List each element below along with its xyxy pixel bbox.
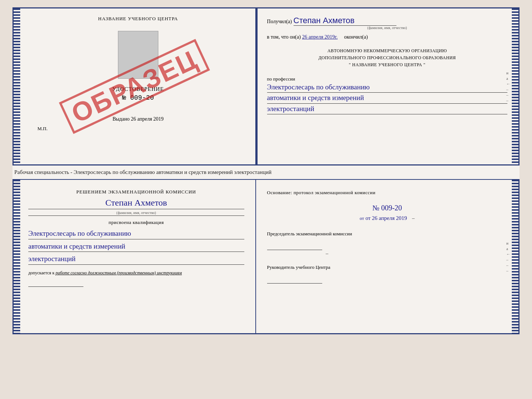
side-letters-top: и а ← – – – [506,71,510,103]
v-tom-prefix: в том, что он(а) [267,34,301,40]
doc-type: УДОСТОВЕРЕНИЕ [112,86,164,92]
prisvoyena-label: присвоена квалификация [28,220,244,225]
cert-left-panel: НАЗВАНИЕ УЧЕБНОГО ЦЕНТРА УДОСТОВЕРЕНИЕ №… [14,8,256,164]
mp-label: М.П. [37,126,47,132]
profession-value-1: Электрослесарь по обслуживанию [267,82,507,93]
osnovanie-title: Основание: протокол экзаменационной коми… [267,189,507,196]
side-letters-bottom: и а ← – – – [506,241,510,272]
ot-date: от от 26 апреля 2019 – [267,215,507,221]
resheniem-title: Решением экзаменационной комиссии [28,189,244,195]
certificate-book-top: НАЗВАНИЕ УЧЕБНОГО ЦЕНТРА УДОСТОВЕРЕНИЕ №… [12,7,520,165]
document-container: НАЗВАНИЕ УЧЕБНОГО ЦЕНТРА УДОСТОВЕРЕНИЕ №… [12,7,520,334]
predsedatel-block: Председатель экзаменационной комиссии – [267,231,507,257]
cert-number: № 009-20 [122,94,154,101]
vydano-line: Выдано 26 апреля 2019 [112,116,163,122]
qual-value-2: автоматики и средств измерений [28,241,244,252]
vydano-label: Выдано [112,116,130,122]
poluchil-label: Получил(а) [267,19,292,24]
predsedatel-label: Председатель экзаменационной комиссии [267,231,507,237]
school-name-top: НАЗВАНИЕ УЧЕБНОГО ЦЕНТРА [98,16,178,22]
profession-value-3: электростанций [267,104,507,115]
profession-value-2: автоматики и средств измерений [267,93,507,104]
poluchil-field: Получил(а) Степан Ахметов (фамилия, имя,… [267,16,507,30]
predsedatel-signature-line [267,243,322,250]
qual-value-3: электростанций [28,254,244,265]
certificate-book-bottom: Решением экзаменационной комиссии Степан… [12,180,520,334]
okonchil-label: окончил(а) [344,34,368,40]
person-name-bottom: Степан Ахметов [28,198,244,209]
dopusk-signature-line [28,279,83,287]
org-block-text: АВТОНОМНУЮ НЕКОММЕРЧЕСКУЮ ОРГАНИЗАЦИЮ ДО… [267,47,507,69]
fio-sub-bottom: (фамилия, имя, отчество) [28,211,244,216]
rukovoditel-block: Руководитель учебного Центра [267,264,507,284]
qual-value-1: Электрослесарь по обслуживанию [28,228,244,239]
subtitle-text: Рабочая специальность - Электрослесарь п… [12,165,520,180]
dopuskaetsya-prefix: допускается к [28,270,54,275]
person-name-top: Степан Ахметов [294,16,396,26]
po-professii-label: по профессии [267,76,507,82]
v-tom-date: 26 апреля 2019г. [302,34,338,40]
photo-placeholder [118,31,158,79]
rukovoditel-signature-line [267,276,322,284]
dopusk-value: работе согласно должностным (производств… [55,270,182,275]
v-tom-field: в том, что он(а) 26 апреля 2019г. окончи… [267,34,507,40]
vydano-date: 26 апреля 2019 [131,116,163,122]
fio-sub-top: (фамилия, имя, отчество) [267,26,507,30]
bottom-right-panel: Основание: протокол экзаменационной коми… [256,180,518,333]
dopuskaetsya-block: допускается к работе согласно должностны… [28,270,244,276]
bottom-left-panel: Решением экзаменационной комиссии Степан… [14,180,256,333]
rukovoditel-label: Руководитель учебного Центра [267,264,507,271]
protocol-number: № 009-20 [267,204,507,212]
cert-right-panel: Получил(а) Степан Ахметов (фамилия, имя,… [256,8,518,164]
